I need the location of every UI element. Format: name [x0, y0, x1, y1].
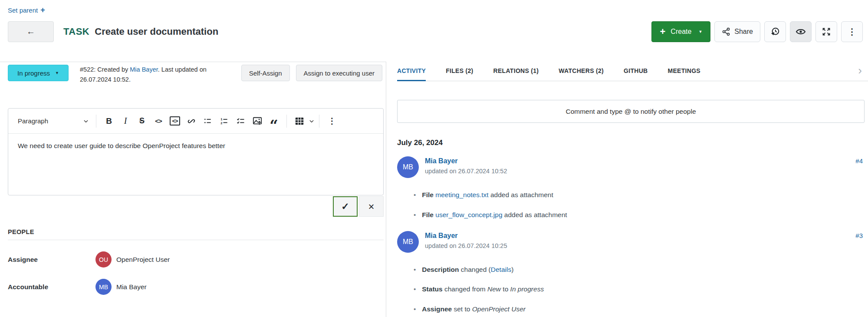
- self-assign-button[interactable]: Self-Assign: [241, 65, 290, 81]
- activity-panel: ACTIVITY FILES (2) RELATIONS (1) WATCHER…: [386, 62, 868, 317]
- chevron-down-icon: ▼: [55, 71, 59, 75]
- accountable-row: Accountable MB Mia Bayer: [8, 279, 384, 295]
- body-columns: In progress ▼ #522: Created by Mia Bayer…: [0, 62, 868, 317]
- comment-input[interactable]: Comment and type @ to notify other peopl…: [397, 100, 865, 123]
- assign-executing-user-button[interactable]: Assign to executing user: [296, 65, 382, 81]
- insert-table-dropdown[interactable]: [291, 112, 315, 130]
- bullet-icon: •: [414, 188, 416, 202]
- activity-change-item: •Description changed (Details): [414, 263, 868, 277]
- paragraph-format-dropdown[interactable]: Paragraph: [14, 115, 92, 127]
- activity-changes-list: •File meeting_notes.txt added as attachm…: [397, 188, 868, 222]
- entry-timestamp: updated on 26.07.2024 10:52: [425, 168, 507, 175]
- code-block-button[interactable]: <>: [167, 112, 183, 130]
- link-button[interactable]: [183, 112, 200, 130]
- plus-icon: +: [40, 6, 45, 14]
- bullet-icon: •: [414, 208, 416, 222]
- assignee-row: Assignee OU OpenProject User: [8, 251, 384, 267]
- fullscreen-button[interactable]: [815, 21, 837, 42]
- tab-files[interactable]: FILES (2): [446, 62, 473, 81]
- chevron-right-icon[interactable]: ›: [858, 65, 862, 78]
- activity-number-link[interactable]: #3: [855, 231, 863, 253]
- share-icon: [722, 27, 730, 36]
- status-dropdown[interactable]: In progress ▼: [8, 65, 69, 81]
- bullet-icon: •: [414, 283, 416, 296]
- entry-head: Mia Bayer updated on 26.07.2024 10:25: [425, 231, 507, 253]
- tab-watchers[interactable]: WATCHERS (2): [559, 62, 604, 81]
- page-title[interactable]: Create user documentation: [95, 26, 218, 37]
- people-heading: PEOPLE: [8, 228, 384, 235]
- todo-list-icon: [237, 117, 245, 125]
- toolbar-more-button[interactable]: ⋮: [324, 112, 340, 130]
- user-link[interactable]: Mia Bayer: [425, 157, 507, 165]
- chevron-down-icon: [83, 118, 89, 124]
- set-parent-link[interactable]: Set parent +: [8, 6, 45, 14]
- numbered-list-button[interactable]: 1 2: [216, 112, 233, 130]
- header-actions: + Create ▼ Share: [651, 21, 863, 42]
- toolbar-divider: [96, 115, 96, 128]
- activity-entry: MB Mia Bayer updated on 26.07.2024 10:25…: [397, 231, 868, 253]
- chevron-down-icon: ▼: [698, 30, 702, 34]
- cancel-button[interactable]: ×: [359, 196, 384, 217]
- numbered-list-icon: 1 2: [220, 117, 229, 125]
- italic-button[interactable]: I: [117, 112, 134, 130]
- avatar[interactable]: OU: [95, 251, 112, 267]
- header-row: ← TASK Create user documentation + Creat…: [8, 21, 863, 42]
- avatar[interactable]: MB: [397, 156, 419, 178]
- check-icon: ✓: [341, 201, 349, 212]
- tab-github[interactable]: GITHUB: [624, 62, 648, 81]
- expand-arrows-icon: [822, 27, 831, 36]
- details-panel: In progress ▼ #522: Created by Mia Bayer…: [0, 62, 386, 317]
- link-icon: [187, 117, 196, 125]
- strikethrough-button[interactable]: S: [134, 112, 150, 130]
- tab-relations[interactable]: RELATIONS (1): [493, 62, 539, 81]
- work-package-page: Set parent + ← TASK Create user document…: [0, 0, 868, 317]
- blockquote-button[interactable]: “: [266, 112, 282, 130]
- bold-button[interactable]: B: [101, 112, 117, 130]
- status-label: In progress: [17, 69, 50, 77]
- user-link[interactable]: Mia Bayer: [425, 232, 507, 240]
- activity-change-item: •Status changed from New to In progress: [414, 282, 868, 296]
- svg-text:1: 1: [220, 117, 222, 121]
- todo-list-button[interactable]: [233, 112, 249, 130]
- avatar[interactable]: MB: [397, 231, 419, 253]
- accountable-value[interactable]: Mia Bayer: [116, 283, 147, 291]
- inline-code-button[interactable]: <>: [150, 112, 167, 130]
- description-text-area[interactable]: We need to create user guide to describe…: [8, 134, 383, 195]
- assignee-value[interactable]: OpenProject User: [116, 256, 170, 264]
- kebab-icon: ⋮: [848, 26, 856, 37]
- table-icon: [295, 116, 304, 126]
- save-button[interactable]: ✓: [333, 196, 358, 217]
- entry-head: Mia Bayer updated on 26.07.2024 10:52: [425, 156, 507, 178]
- status-row: In progress ▼ #522: Created by Mia Bayer…: [8, 65, 382, 85]
- activity-number-link[interactable]: #4: [855, 156, 863, 178]
- svg-text:2: 2: [220, 121, 222, 125]
- assign-buttons: Self-Assign Assign to executing user: [241, 65, 382, 81]
- tab-meetings[interactable]: MEETINGS: [667, 62, 700, 81]
- avatar[interactable]: MB: [95, 279, 112, 295]
- bullet-icon: •: [414, 263, 416, 277]
- page-header: Set parent + ← TASK Create user document…: [0, 0, 868, 62]
- set-parent-label: Set parent: [8, 7, 38, 14]
- insert-image-button[interactable]: [249, 112, 266, 130]
- activity-change-item: •Assignee set to OpenProject User: [414, 302, 868, 316]
- people-section: PEOPLE Assignee OU OpenProject User Acco…: [8, 228, 384, 295]
- chevron-down-icon: [309, 118, 315, 124]
- work-package-type[interactable]: TASK: [63, 26, 89, 37]
- activity-change-item: •File meeting_notes.txt added as attachm…: [414, 188, 868, 202]
- tab-activity[interactable]: ACTIVITY: [397, 62, 426, 81]
- bullet-icon: •: [414, 303, 416, 316]
- create-button[interactable]: + Create ▼: [651, 21, 710, 42]
- share-button-label: Share: [734, 28, 753, 36]
- activity-changes-list: •Description changed (Details) •Status c…: [397, 263, 868, 317]
- back-button[interactable]: ←: [8, 21, 54, 42]
- bulleted-list-button[interactable]: [200, 112, 216, 130]
- close-icon: ×: [368, 201, 374, 213]
- activity-entry: MB Mia Bayer updated on 26.07.2024 10:52…: [397, 156, 868, 178]
- description-editor: Paragraph B I S <> <>: [8, 108, 384, 195]
- share-button[interactable]: Share: [714, 21, 760, 42]
- activity-history-button[interactable]: [764, 21, 786, 42]
- watch-button[interactable]: [790, 21, 812, 42]
- more-menu-button[interactable]: ⋮: [841, 21, 863, 42]
- paragraph-format-label: Paragraph: [18, 117, 48, 125]
- tab-bar: ACTIVITY FILES (2) RELATIONS (1) WATCHER…: [397, 62, 868, 81]
